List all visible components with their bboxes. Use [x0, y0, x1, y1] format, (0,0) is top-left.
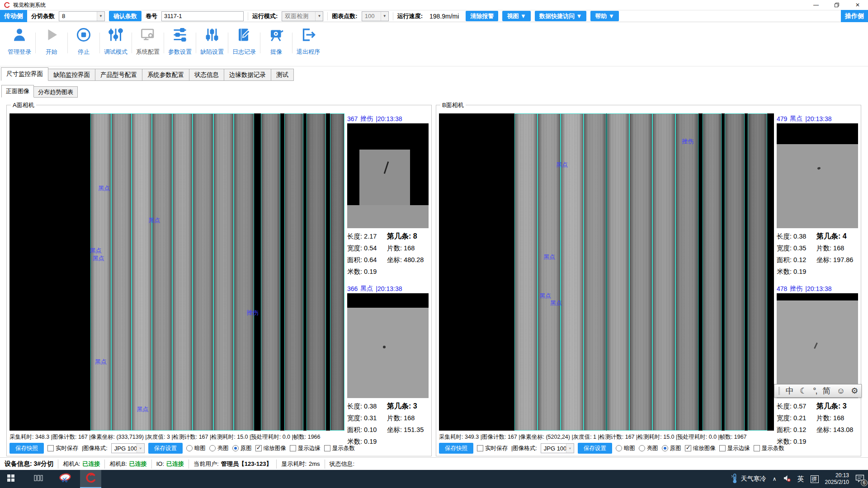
camera-a-status: 相机A:已连接 [58, 460, 105, 469]
tab-size-monitor[interactable]: 尺寸监控界面 [1, 67, 48, 81]
save-snapshot-button[interactable]: 保存快照 [9, 443, 44, 454]
zoom-image-checkbox[interactable]: 缩放图像 [255, 445, 286, 452]
quick-access-menu-button[interactable]: 数据快捷访问 ▼ [535, 11, 586, 21]
snipping-tool-button[interactable] [54, 470, 75, 488]
show-edge-checkbox[interactable]: 显示边缘 [290, 445, 321, 452]
tab-trend-chart[interactable]: 分布趋势图表 [33, 86, 78, 98]
notification-count-badge: 6 [861, 479, 868, 486]
camera-b-panel: B面相机 挫伤黑点黑点黑点黑点 479 黑点 |20:13:38 长度: 0.3… [436, 105, 861, 456]
windows-logo-icon [7, 474, 14, 483]
roll-input[interactable] [161, 11, 244, 21]
slit-count-value: 8 [59, 13, 97, 19]
original-image-radio[interactable]: 原图 [662, 445, 681, 452]
camera-icon [268, 27, 284, 45]
transmission-side-button[interactable]: 传动侧 [0, 10, 27, 22]
punctuation-icon[interactable]: °, [813, 386, 816, 396]
exit-program-button[interactable]: 退出程序 [292, 23, 324, 65]
simplified-chinese-icon[interactable]: 简 [823, 385, 831, 396]
defect-annotation: 黑点 [149, 216, 160, 225]
tab-front-image[interactable]: 正面图像 [1, 85, 34, 98]
realtime-save-checkbox[interactable]: 实时保存 [47, 445, 78, 452]
system-config-button[interactable]: 系统配置 [132, 23, 164, 65]
display-time: 显示耗时:2ms [277, 460, 325, 469]
language-indicator[interactable]: 英 [797, 475, 804, 483]
chevron-down-icon: ˅ [137, 444, 144, 453]
bright-image-radio[interactable]: 亮图 [209, 445, 229, 452]
realtime-save-checkbox[interactable]: 实时保存 [477, 445, 508, 452]
drag-handle[interactable] [778, 387, 780, 395]
log-record-button[interactable]: 日志记录 [228, 23, 260, 65]
debug-mode-button[interactable]: 调试模式 [100, 23, 132, 65]
close-button[interactable]: ✕ [847, 0, 868, 10]
show-count-checkbox[interactable]: 显示条数 [324, 445, 355, 452]
tab-system-params[interactable]: 系统参数配置 [142, 69, 189, 81]
bright-image-radio[interactable]: 亮图 [639, 445, 658, 452]
start-button[interactable] [0, 470, 21, 488]
emoji-icon[interactable]: ☺ [837, 386, 845, 396]
tab-defect-monitor[interactable]: 缺陷监控界面 [48, 69, 95, 81]
weather-widget[interactable]: 天气寒冷 [731, 474, 766, 485]
defect-settings-button[interactable]: 缺陷设置 [196, 23, 228, 65]
capture-button[interactable]: 提像 [260, 23, 292, 65]
divider [248, 12, 248, 20]
roll-label: 卷号 [146, 12, 157, 20]
minimize-button[interactable]: — [806, 0, 826, 10]
speed-label: 运行速度: [397, 12, 423, 20]
original-image-radio[interactable]: 原图 [232, 445, 252, 452]
ime-chinese-mode[interactable]: 中 [786, 385, 794, 396]
dark-image-radio[interactable]: 暗图 [186, 445, 206, 452]
stop-icon [75, 27, 92, 45]
moon-icon[interactable]: ☾ [800, 386, 807, 396]
defect-header: 479 黑点 |20:13:38 [777, 114, 858, 123]
task-view-button[interactable] [28, 470, 49, 488]
save-snapshot-button[interactable]: 保存快照 [439, 443, 473, 454]
action-center-button[interactable]: 6 [855, 474, 864, 484]
chart-points-combo[interactable]: 100 ▼ [362, 11, 389, 21]
save-settings-button[interactable]: 保存设置 [578, 443, 612, 454]
login-button[interactable]: 管理登录 [4, 23, 35, 65]
operate-side-button[interactable]: 操作侧 [841, 10, 868, 22]
image-format-combo[interactable]: JPG 100˅ [111, 443, 145, 453]
defect-header: 478 挫伤 |20:13:38 [777, 284, 858, 293]
restore-button[interactable] [826, 0, 847, 10]
slit-count-combo[interactable]: 8 ▼ [59, 11, 105, 21]
zoom-image-checkbox[interactable]: 缩放图像 [685, 445, 716, 452]
stop-button[interactable]: 停止 [68, 23, 99, 65]
sliders-vertical-icon [204, 27, 220, 45]
param-settings-button[interactable]: 参数设置 [164, 23, 196, 65]
clear-alarm-button[interactable]: 清除报警 [466, 11, 498, 21]
fabric-strip [330, 113, 344, 431]
ime-indicator[interactable]: 拼 [811, 475, 819, 483]
view-menu-button[interactable]: 视图 ▼ [502, 11, 530, 21]
show-count-checkbox[interactable]: 显示条数 [754, 445, 784, 452]
show-edge-checkbox[interactable]: 显示边缘 [719, 445, 750, 452]
app-logo-icon [4, 2, 10, 9]
tab-status-info[interactable]: 状态信息 [189, 69, 224, 81]
chart-points-value: 100 [362, 13, 381, 19]
clock-date: 2025/2/10 [825, 479, 849, 486]
help-menu-button[interactable]: 帮助 ▼ [590, 11, 618, 21]
tab-edge-data[interactable]: 边缘数据记录 [224, 69, 271, 81]
image-format-combo[interactable]: JPG 100˅ [541, 443, 574, 453]
clock[interactable]: 20:13 2025/2/10 [825, 472, 849, 486]
defect-stats: 长度: 0.38 第几条: 4 宽度: 0.35 片数: 168 面积: 0.1… [777, 228, 858, 277]
tray-chevron-icon[interactable]: ∧ [773, 476, 777, 482]
start-button[interactable]: 开始 [36, 23, 67, 65]
save-settings-button[interactable]: 保存设置 [148, 443, 183, 454]
confirm-count-button[interactable]: 确认条数 [109, 11, 142, 21]
defect-header: 367 挫伤 |20:13:38 [347, 114, 429, 123]
dark-image-radio[interactable]: 暗图 [616, 445, 635, 452]
panel-title: A面相机 [11, 101, 36, 109]
run-mode-combo[interactable]: 双面检测 ▼ [282, 11, 323, 21]
divider [327, 12, 328, 20]
speed-value: 198.9m/mi [427, 11, 462, 21]
checkbox[interactable] [47, 445, 54, 451]
windows-taskbar: 天气寒冷 ∧ 英 拼 20:13 2025/2/10 6 [0, 470, 868, 488]
tab-test[interactable]: 测试 [271, 69, 294, 81]
defect-detail-column: 367 挫伤 |20:13:38 长度: 2.17 第几条: 8 宽度: 0.5… [347, 114, 429, 454]
tab-product-model[interactable]: 产品型号配置 [95, 69, 142, 81]
defect-stats: 长度: 0.57 第几条: 3 宽度: 0.21 片数: 168 面积: 0.1… [777, 398, 858, 447]
vision-app-button[interactable] [80, 470, 101, 488]
gear-icon[interactable]: ⚙ [851, 386, 858, 396]
speaker-muted-icon[interactable] [783, 474, 791, 483]
